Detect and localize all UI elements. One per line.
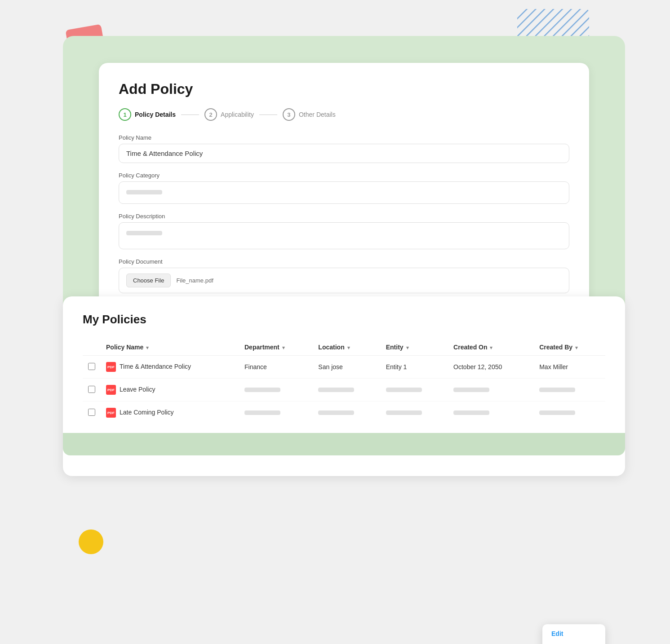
sort-icon-created-by: ▾ xyxy=(575,345,578,350)
step-divider-2 xyxy=(259,115,277,115)
cell-entity-1 xyxy=(381,379,448,401)
policy-description-group: Policy Description xyxy=(119,213,569,249)
step-2-circle: 2 xyxy=(204,108,217,121)
cell-department-0: Finance xyxy=(239,356,313,379)
main-wrapper: Add Policy 1 Policy Details 2 Applicabil… xyxy=(63,36,625,599)
table-header-row: Policy Name ▾ Department ▾ Location ▾ En… xyxy=(83,339,605,356)
step-2: 2 Applicability xyxy=(204,108,254,121)
sort-icon-policy-name: ▾ xyxy=(146,345,149,350)
policy-name-label: Policy Name xyxy=(119,134,569,141)
column-header-department[interactable]: Department ▾ xyxy=(239,339,313,356)
cell-department-2 xyxy=(239,401,313,424)
my-policies-card: My Policies Policy Name ▾ Department ▾ L… xyxy=(63,296,625,476)
choose-file-button[interactable]: Choose File xyxy=(126,273,171,287)
step-2-label: Applicability xyxy=(221,111,254,118)
file-name-display: File_name.pdf xyxy=(176,277,213,284)
pdf-icon-0: PDF xyxy=(106,362,116,372)
pdf-icon-1: PDF xyxy=(106,385,116,395)
policy-name-group: Policy Name xyxy=(119,134,569,163)
cell-created-on-2 xyxy=(448,401,534,424)
placeholder-location-1 xyxy=(318,388,354,392)
form-title: Add Policy xyxy=(119,81,569,97)
placeholder-entity-1 xyxy=(386,388,422,392)
step-1: 1 Policy Details xyxy=(119,108,176,121)
decorative-yellow-circle xyxy=(79,529,103,554)
policy-table: Policy Name ▾ Department ▾ Location ▾ En… xyxy=(83,339,605,424)
policy-category-placeholder xyxy=(126,190,162,194)
cell-department-1 xyxy=(239,379,313,401)
sort-icon-department: ▾ xyxy=(282,345,285,350)
placeholder-created-on-2 xyxy=(453,410,489,415)
step-divider-1 xyxy=(181,115,199,115)
placeholder-entity-2 xyxy=(386,410,422,415)
table-row: PDFLate Coming Policy xyxy=(83,401,605,424)
cell-location-2 xyxy=(313,401,380,424)
cell-location-1 xyxy=(313,379,380,401)
cell-created-on-0: October 12, 2050 xyxy=(448,356,534,379)
cell-created-by-2 xyxy=(534,401,605,424)
column-header-entity[interactable]: Entity ▾ xyxy=(381,339,448,356)
policy-name-input[interactable] xyxy=(119,144,569,163)
placeholder-department-1 xyxy=(244,388,280,392)
column-header-location[interactable]: Location ▾ xyxy=(313,339,380,356)
cell-created-by-0: Max Miller xyxy=(534,356,605,379)
policy-document-label: Policy Document xyxy=(119,258,569,265)
cell-entity-0: Entity 1 xyxy=(381,356,448,379)
policy-description-label: Policy Description xyxy=(119,213,569,220)
pdf-icon-2: PDF xyxy=(106,408,116,418)
policy-category-label: Policy Category xyxy=(119,172,569,179)
stepper: 1 Policy Details 2 Applicability 3 Other… xyxy=(119,108,569,121)
placeholder-created-by-1 xyxy=(539,388,575,392)
header-checkbox-cell xyxy=(83,339,101,356)
policy-category-group: Policy Category xyxy=(119,172,569,204)
column-header-policy-name[interactable]: Policy Name ▾ xyxy=(101,339,239,356)
policy-description-placeholder xyxy=(126,231,162,235)
row-checkbox-1[interactable] xyxy=(88,386,95,393)
green-background-card: Add Policy 1 Policy Details 2 Applicabil… xyxy=(63,36,625,341)
file-upload-row: Choose File File_name.pdf xyxy=(126,273,562,287)
placeholder-location-2 xyxy=(318,410,354,415)
cell-location-0: San jose xyxy=(313,356,380,379)
placeholder-department-2 xyxy=(244,410,280,415)
sort-icon-entity: ▾ xyxy=(406,345,409,350)
cell-policy-name-1: PDFLeave Policy xyxy=(101,379,239,401)
table-bottom-green xyxy=(63,433,625,455)
context-menu: Edit Delete Download xyxy=(542,624,605,644)
table-row: PDFLeave Policy xyxy=(83,379,605,401)
table-title: My Policies xyxy=(83,313,605,326)
cell-policy-name-2: PDFLate Coming Policy xyxy=(101,401,239,424)
step-1-label: Policy Details xyxy=(135,111,176,118)
policy-document-group: Policy Document Choose File File_name.pd… xyxy=(119,258,569,293)
row-checkbox-2[interactable] xyxy=(88,409,95,416)
sort-icon-created-on: ▾ xyxy=(490,345,493,350)
step-3-circle: 3 xyxy=(283,108,295,121)
add-policy-form-card: Add Policy 1 Policy Details 2 Applicabil… xyxy=(99,63,589,323)
step-1-circle: 1 xyxy=(119,108,131,121)
row-checkbox-0[interactable] xyxy=(88,363,95,370)
step-3: 3 Other Details xyxy=(283,108,336,121)
sort-icon-location: ▾ xyxy=(347,345,350,350)
column-header-created-by[interactable]: Created By ▾ xyxy=(534,339,605,356)
cell-policy-name-0: PDFTime & Attendance Policy xyxy=(101,356,239,379)
column-header-created-on[interactable]: Created On ▾ xyxy=(448,339,534,356)
placeholder-created-by-2 xyxy=(539,410,575,415)
step-3-label: Other Details xyxy=(299,111,336,118)
table-row: PDFTime & Attendance PolicyFinanceSan jo… xyxy=(83,356,605,379)
cell-created-on-1 xyxy=(448,379,534,401)
cell-entity-2 xyxy=(381,401,448,424)
context-menu-edit[interactable]: Edit xyxy=(542,624,605,643)
placeholder-created-on-1 xyxy=(453,388,489,392)
cell-created-by-1 xyxy=(534,379,605,401)
